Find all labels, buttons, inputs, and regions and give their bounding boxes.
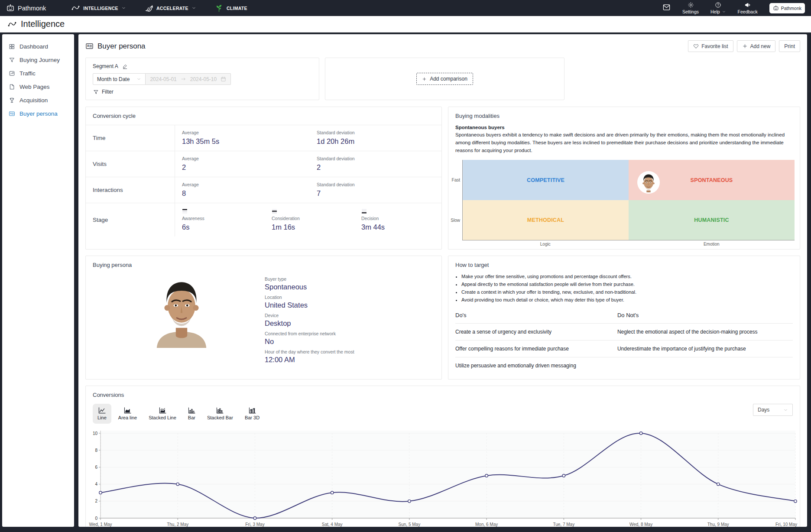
comparison-card: Add comparison xyxy=(325,58,564,100)
sidebar-item-web-pages[interactable]: Web Pages xyxy=(2,80,74,94)
metric-cell-awareness: Awareness6s xyxy=(182,208,272,231)
metric-cell-label: Standard deviation xyxy=(317,130,451,135)
svg-text:6: 6 xyxy=(95,465,97,470)
chart-type-tab-stacked-line[interactable]: Stacked Line xyxy=(144,404,181,424)
persona-field-value: United States xyxy=(265,301,354,309)
metric-cell-value: 1m 16s xyxy=(272,223,361,231)
sidebar-item-label: Traffic xyxy=(19,70,36,77)
sidebar-item-acquisition[interactable]: Acquisition xyxy=(2,94,74,107)
nav-climate[interactable]: CLIMATE xyxy=(214,3,247,13)
persona-field-value: 12:00 AM xyxy=(265,356,354,364)
grid-icon xyxy=(9,43,15,50)
persona-field-label: Connected from enterprise network xyxy=(265,331,354,336)
svg-text:Thu, 9 May: Thu, 9 May xyxy=(707,522,729,527)
sidebar-item-dashboard[interactable]: Dashboard xyxy=(2,40,74,53)
svg-text:Thu, 2 May: Thu, 2 May xyxy=(167,522,188,527)
persona-field-label: Device xyxy=(265,313,354,318)
robot-icon xyxy=(6,4,15,13)
persona-field-connected-from-enterprise-network: Connected from enterprise networkNo xyxy=(265,331,354,346)
chart-type-label: Stacked Bar xyxy=(207,415,233,420)
metric-cell-label: Decision xyxy=(361,216,451,221)
help-label: Help xyxy=(710,9,720,14)
chart-type-tab-area-line[interactable]: Area line xyxy=(114,404,142,424)
chart-box-icon xyxy=(9,70,15,77)
print-button[interactable]: Print xyxy=(779,40,800,52)
persona-field-hour-of-the-day-where-they-convert-the-most: Hour of the day where they convert the m… xyxy=(265,349,354,364)
svg-text:4: 4 xyxy=(95,482,97,487)
intelligence-squiggle-icon xyxy=(7,19,17,29)
buyer-persona-title: Buyer persona xyxy=(97,42,146,51)
conversions-chart: 0246810Wed, 1 MayThu, 2 MayFri, 3 MaySat… xyxy=(86,424,800,527)
metric-label: Stage xyxy=(86,203,175,237)
stage-top-icon xyxy=(182,209,188,214)
metric-cells: Awareness6sConsideration1m 16sDecision3m… xyxy=(175,203,451,237)
mail-button[interactable] xyxy=(662,3,671,13)
buying-persona-title: Buying persona xyxy=(86,256,441,274)
page-icon xyxy=(9,84,15,90)
svg-text:A: A xyxy=(87,44,89,47)
persona-field-label: Hour of the day where they convert the m… xyxy=(265,349,354,354)
metric-cell-label: Awareness xyxy=(182,216,272,221)
nav-label-intelligence: INTELLIGENCE xyxy=(83,6,118,11)
nav-intelligence[interactable]: INTELLIGENCE xyxy=(71,3,126,13)
chart-type-tab-line[interactable]: Line xyxy=(93,404,111,424)
interval-select[interactable]: Days xyxy=(753,404,793,416)
sidebar-item-traffic[interactable]: Traffic xyxy=(2,67,74,80)
edit-pencil-icon[interactable] xyxy=(122,64,128,69)
chevron-down-icon xyxy=(136,77,141,81)
table-row: Utilize persuasive and emotionally drive… xyxy=(455,357,793,374)
segment-name: Segment A xyxy=(93,63,118,69)
chart-type-label: Bar xyxy=(188,415,195,420)
add-comparison-label: Add comparison xyxy=(430,76,467,82)
buying-modalities-card: Buying modalities Spontaneous buyers Spo… xyxy=(448,107,800,250)
chevron-down-icon xyxy=(722,10,726,14)
add-comparison-button[interactable]: Add comparison xyxy=(416,73,473,85)
svg-text:A: A xyxy=(10,112,12,115)
tab-bar3d-icon xyxy=(249,407,256,414)
chart-type-tab-bar-3d[interactable]: Bar 3D xyxy=(240,404,264,424)
funnel-icon xyxy=(93,89,99,95)
metric-cell-label: Average xyxy=(182,156,317,161)
mail-icon xyxy=(662,3,671,11)
filter-button[interactable]: Filter xyxy=(93,89,312,95)
chart-type-tabs: LineArea lineStacked LineBarStacked BarB… xyxy=(93,404,264,424)
nav-label-climate: CLIMATE xyxy=(227,6,247,11)
svg-text:Sun, 5 May: Sun, 5 May xyxy=(399,522,421,527)
nav-accelerate[interactable]: ACCELERATE xyxy=(144,3,196,13)
help-button[interactable]: Help xyxy=(710,2,726,14)
segment-card: Segment A Month to Date 2024-05-01 2024-… xyxy=(85,58,319,100)
targeting-bullet-3: Create a context in which your offer is … xyxy=(461,289,793,295)
add-new-button[interactable]: Add new xyxy=(737,40,776,52)
date-preset-select[interactable]: Month to Date xyxy=(93,73,146,85)
sidebar-item-buyer-persona[interactable]: ABuyer persona xyxy=(2,107,74,120)
arrow-right-icon xyxy=(181,76,186,82)
buying-modalities-title: Buying modalities xyxy=(448,107,800,125)
chevron-down-icon xyxy=(191,6,196,10)
megaphone-icon xyxy=(744,2,751,8)
chart-type-tab-stacked-bar[interactable]: Stacked Bar xyxy=(202,404,238,424)
favorite-list-button[interactable]: Favorite list xyxy=(688,40,733,52)
interval-value: Days xyxy=(758,407,769,413)
feedback-button[interactable]: Feedback xyxy=(738,2,758,14)
chart-type-tab-bar[interactable]: Bar xyxy=(183,404,200,424)
trophy-icon xyxy=(9,97,15,104)
dos-donts-body: Create a sense of urgency and exclusivit… xyxy=(455,324,793,374)
conversions-line-chart: 0246810Wed, 1 MayThu, 2 MayFri, 3 MaySat… xyxy=(88,429,798,527)
date-range-input[interactable]: 2024-05-01 2024-05-10 xyxy=(146,73,231,85)
tab-line-icon xyxy=(98,407,106,414)
pathmonk-logo[interactable]: Pathmonk xyxy=(6,4,46,13)
persona-field-location: LocationUnited States xyxy=(265,295,354,309)
metric-cell-value: 8 xyxy=(182,189,317,198)
pathmonk-account-badge[interactable]: Pathmonk xyxy=(769,3,805,13)
tab-bar-icon xyxy=(188,407,195,414)
conversion-cycle-title: Conversion cycle xyxy=(86,107,441,125)
buying-persona-card: Buying persona Buyer typeSpontaneousLoca… xyxy=(85,256,442,380)
metric-cell-average: Average8 xyxy=(182,182,317,198)
metric-row-visits: VisitsAverage2Standard deviation2 xyxy=(86,151,441,177)
sidebar-item-buying-journey[interactable]: Buying Journey xyxy=(2,53,74,67)
axis-label-logic: Logic xyxy=(462,242,629,247)
settings-button[interactable]: Settings xyxy=(682,2,699,14)
metric-cell-average: Average13h 35m 5s xyxy=(182,130,317,146)
modality-quadrant-chart: COMPETITIVESPONTANEOUSMETHODICALHUMANIST… xyxy=(462,160,795,240)
tab-area-icon xyxy=(124,407,131,414)
